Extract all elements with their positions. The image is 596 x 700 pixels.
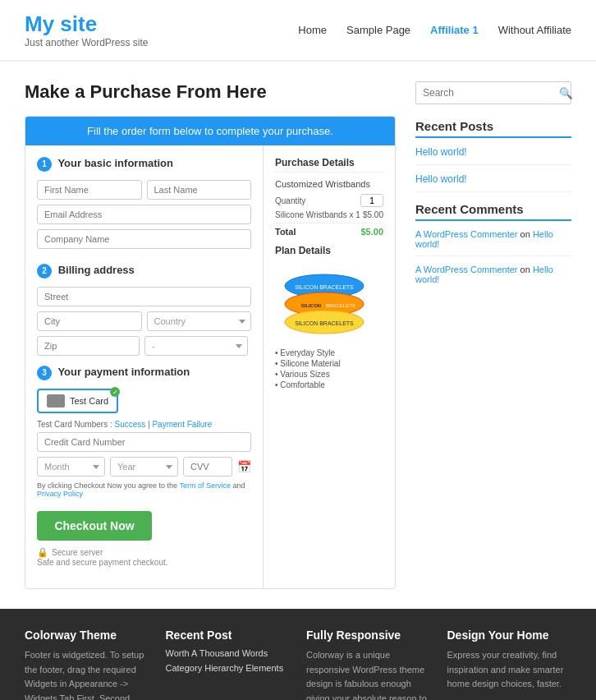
order-left: 1 Your basic information 2: [25, 145, 264, 588]
card-label: Test Card: [70, 396, 108, 406]
month-select[interactable]: Month: [37, 457, 105, 477]
total-row: Total $5.00: [275, 223, 383, 237]
success-link[interactable]: Success: [114, 420, 145, 429]
footer-post-link-1[interactable]: Worth A Thousand Words: [166, 648, 291, 658]
city-country-row: Country: [37, 311, 251, 331]
first-name-input[interactable]: [37, 180, 142, 200]
purchase-title: Purchase Details: [275, 157, 383, 173]
city-input[interactable]: [37, 311, 142, 331]
order-header: Fill the order form below to complete yo…: [25, 117, 395, 145]
country-select[interactable]: Country: [147, 311, 252, 331]
post-divider-2: [415, 191, 571, 192]
site-branding: My site Just another WordPress site: [25, 12, 149, 48]
svg-text:SILICON BRACELETS: SILICON BRACELETS: [295, 320, 354, 326]
svg-text:BRACELETS: BRACELETS: [326, 303, 355, 308]
footer-col3-title: Fully Responsive: [306, 629, 431, 642]
feature-1: Everyday Style: [275, 348, 383, 358]
recent-comments-title: Recent Comments: [415, 202, 571, 221]
zip-select[interactable]: -: [144, 336, 247, 356]
terms-link[interactable]: Term of Service: [179, 481, 231, 490]
test-card-info: Test Card Numbers : Success | Payment Fa…: [37, 420, 251, 429]
footer-col-1: Colorway Theme Footer is widgetized. To …: [25, 629, 149, 700]
card-icon: [47, 394, 65, 408]
total-price: $5.00: [360, 227, 383, 237]
footer-col3-text: Colorway is a unique responsive WordPres…: [306, 648, 431, 700]
footer-post-link-2[interactable]: Category Hierarchy Elements: [166, 663, 284, 673]
section-basic-info: 1 Your basic information: [37, 157, 251, 254]
zip-input[interactable]: [37, 336, 140, 356]
total-label: Total: [275, 227, 296, 237]
recent-posts-title: Recent Posts: [415, 119, 571, 138]
features-list: Everyday Style Silicone Material Various…: [275, 348, 383, 390]
main-nav: Home Sample Page Affiliate 1 Without Aff…: [298, 24, 571, 36]
company-input[interactable]: [37, 229, 251, 249]
footer-col-3: Fully Responsive Colorway is a unique re…: [306, 629, 431, 700]
commenter-2[interactable]: A WordPress Commenter: [415, 265, 518, 274]
footer-col4-title: Design Your Home: [447, 629, 572, 642]
content-area: Make a Purchase From Here Fill the order…: [25, 81, 396, 589]
post-link-2[interactable]: Hello world!: [415, 173, 571, 185]
section3-num: 3: [37, 366, 52, 380]
last-name-input[interactable]: [147, 180, 252, 200]
search-box: 🔍: [415, 81, 571, 104]
feature-4: Comfortable: [275, 380, 383, 390]
feature-3: Various Sizes: [275, 369, 383, 380]
page-title: Make a Purchase From Here: [25, 81, 396, 103]
comment-divider-1: [415, 256, 571, 256]
check-badge: ✓: [110, 387, 120, 397]
card-button[interactable]: Test Card ✓: [37, 389, 118, 413]
zip-row: -: [37, 336, 251, 356]
post-divider-1: [415, 164, 571, 165]
year-select[interactable]: Year: [110, 457, 178, 477]
lock-icon: 🔒: [37, 547, 48, 558]
order-container: Fill the order form below to complete yo…: [25, 116, 396, 589]
search-button[interactable]: 🔍: [552, 82, 580, 104]
post-link-1[interactable]: Hello world!: [415, 146, 571, 158]
nav-sample-page[interactable]: Sample Page: [346, 24, 410, 36]
privacy-link[interactable]: Privacy Policy: [37, 490, 83, 498]
footer-col1-text: Footer is widgetized. To setup the foote…: [25, 648, 149, 700]
sidebar: 🔍 Recent Posts Hello world! Hello world!…: [415, 81, 571, 589]
item-row: Silicone Wristbands x 1 $5.00: [275, 210, 383, 219]
failure-link[interactable]: Payment Failure: [152, 420, 212, 429]
street-input[interactable]: [37, 287, 251, 306]
feature-2: Silicone Material: [275, 358, 383, 369]
qty-row: Quantity: [275, 194, 383, 207]
qty-input[interactable]: [360, 194, 383, 207]
nav-without-affiliate[interactable]: Without Affiliate: [498, 24, 571, 36]
nav-home[interactable]: Home: [298, 24, 327, 36]
svg-text:SILICON: SILICON: [301, 303, 321, 308]
cvv-input[interactable]: [183, 457, 232, 477]
item-price: $5.00: [363, 210, 383, 219]
bracelets-image: SILICON BRACELETS SILICON BRACELETS SILI…: [275, 263, 383, 339]
section3-title: 3 Your payment information: [37, 366, 251, 380]
commenter-1[interactable]: A WordPress Commenter: [415, 229, 518, 239]
secure-label: Secure server: [52, 548, 103, 557]
order-right: Purchase Details Customized Wristbands Q…: [264, 145, 395, 588]
footer-col2-title: Recent Post: [166, 629, 291, 642]
product-name: Customized Wristbands: [275, 179, 383, 189]
terms-text: By clicking Checkout Now you agree to th…: [37, 481, 251, 498]
expiry-row: Month Year 📅: [37, 457, 251, 477]
section-billing: 2 Billing address Country: [37, 264, 251, 356]
site-tagline: Just another WordPress site: [25, 37, 149, 48]
search-input[interactable]: [416, 82, 552, 104]
name-row: [37, 180, 251, 200]
main-wrapper: Make a Purchase From Here Fill the order…: [0, 62, 596, 609]
card-number-input[interactable]: [37, 432, 251, 452]
footer-col-2: Recent Post Worth A Thousand Words Categ…: [166, 629, 291, 700]
section1-title: 1 Your basic information: [37, 157, 251, 172]
search-icon: 🔍: [559, 87, 573, 99]
site-title: My site: [25, 12, 149, 37]
nav-affiliate1[interactable]: Affiliate 1: [430, 24, 479, 36]
calendar-icon: 📅: [237, 457, 251, 477]
checkout-button[interactable]: Checkout Now: [37, 511, 152, 541]
secure-row: 🔒 Secure server: [37, 547, 251, 558]
footer-col-4: Design Your Home Express your creativity…: [447, 629, 572, 700]
site-header: My site Just another WordPress site Home…: [0, 0, 596, 61]
footer-dark: Colorway Theme Footer is widgetized. To …: [0, 609, 596, 700]
email-input[interactable]: [37, 205, 251, 224]
plan-title: Plan Details: [275, 245, 383, 256]
footer-col4-text: Express your creativity, find inspiratio…: [447, 648, 572, 692]
section1-num: 1: [37, 157, 52, 172]
